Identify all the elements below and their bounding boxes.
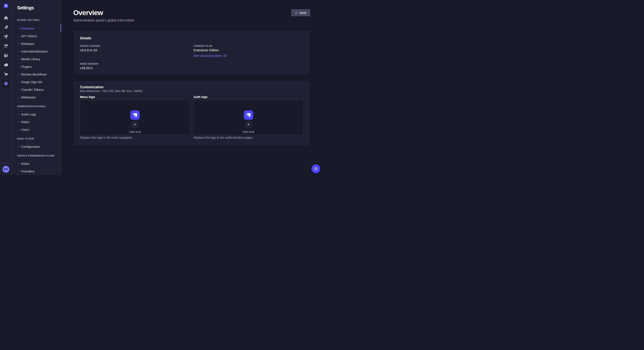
subnav-item-admin-roles[interactable]: Roles xyxy=(12,118,61,126)
subnav-item-label: API Tokens xyxy=(21,34,37,38)
subnav-item-audit-logs[interactable]: Audit Logs xyxy=(12,111,61,118)
bullet-icon xyxy=(19,89,20,90)
subnav-item-transfer-tokens[interactable]: Transfer Tokens xyxy=(12,86,61,94)
page-header: Overview Administration panel’s global i… xyxy=(73,0,310,23)
subnav-item-label: Webhooks xyxy=(21,95,36,100)
bullet-icon xyxy=(19,59,20,59)
bullet-icon xyxy=(19,36,20,37)
customization-card: Customization Max dimension: 750×750, Ma… xyxy=(73,81,310,146)
subnav-item-plugins[interactable]: Plugins xyxy=(12,63,61,71)
bullet-icon xyxy=(19,163,20,164)
subnav-item-media-library[interactable]: Media Library xyxy=(12,55,61,63)
subnav-item-providers[interactable]: Providers xyxy=(12,168,61,175)
nav-home-button[interactable] xyxy=(1,13,11,23)
nav-footer: KD xyxy=(0,163,12,175)
subnav-item-label: Providers xyxy=(21,169,34,174)
subnav-item-label: Transfer Tokens xyxy=(21,88,44,92)
menu-logo-add-button[interactable] xyxy=(132,121,138,128)
subnav-item-label: Releases xyxy=(21,42,34,46)
subnav-item-label: Users xyxy=(21,128,30,132)
strapi-logo-preview xyxy=(244,110,253,120)
main-content: Overview Administration panel’s global i… xyxy=(61,0,322,175)
strapi-logo-preview xyxy=(130,110,140,120)
bullet-icon xyxy=(19,129,20,130)
current-plan-value: Enterprise Edition xyxy=(194,48,303,53)
subnav-item-label: Internationalization xyxy=(21,49,48,54)
nav-releases-button[interactable] xyxy=(1,32,11,41)
cloud-icon xyxy=(4,63,8,67)
details-right-column: CURRENT PLAN Enterprise Edition See all … xyxy=(194,44,303,71)
settings-subnav: Settings GLOBAL SETTINGS Overview API To… xyxy=(12,0,61,175)
plus-icon xyxy=(134,123,136,126)
subnav-item-label: Plugins xyxy=(21,65,32,69)
subnav-item-api-tokens[interactable]: API Tokens xyxy=(12,32,61,40)
menu-logo-input[interactable]: logo.png xyxy=(80,100,190,135)
bullet-icon xyxy=(19,146,20,147)
nav-content-type-builder-button[interactable] xyxy=(1,23,11,32)
pricing-plans-link[interactable]: See all pricing plans xyxy=(194,53,227,58)
subnav-item-label: Review Workflows xyxy=(21,72,47,77)
question-mark-icon xyxy=(314,167,318,171)
save-button-label: Save xyxy=(300,11,306,14)
subnav-divider xyxy=(17,13,22,13)
strapi-version-value: v5.0.0-rc.19 xyxy=(80,48,190,53)
nav-marketplace-button[interactable] xyxy=(1,70,11,79)
strapi-admin-screen: KD Settings GLOBAL SETTINGS Overview API… xyxy=(0,0,322,175)
menu-logo-label: Menu logo xyxy=(80,95,190,99)
user-avatar[interactable]: KD xyxy=(2,166,9,173)
strapi-version-label: STRAPI VERSION xyxy=(80,44,190,48)
page-title: Overview xyxy=(73,8,310,17)
auth-logo-input[interactable]: logo.png xyxy=(194,100,303,135)
gear-icon xyxy=(4,81,8,86)
node-version-label: NODE VERSION xyxy=(80,62,190,65)
images-icon xyxy=(4,44,8,48)
auth-logo-add-button[interactable] xyxy=(245,121,252,128)
subnav-item-releases[interactable]: Releases xyxy=(12,40,61,48)
nav-settings-button[interactable] xyxy=(1,79,11,88)
subnav-item-label: Roles xyxy=(21,162,30,166)
feather-icon xyxy=(4,25,8,29)
subnav-item-configuration[interactable]: Configuration xyxy=(12,143,61,151)
workplace-logo[interactable] xyxy=(0,0,12,12)
details-left-column: STRAPI VERSION v5.0.0-rc.19 NODE VERSION… xyxy=(80,44,190,71)
plus-icon xyxy=(247,123,250,126)
auth-logo-field: Auth logo logo.png Replace the logo in t… xyxy=(194,95,303,140)
section-label-users-permissions-plugin: USERS & PERMISSIONS PLUGIN xyxy=(17,154,61,157)
bullet-icon xyxy=(19,74,20,75)
main-nav-rail: KD xyxy=(0,0,12,175)
paper-plane-icon xyxy=(4,35,8,39)
nav-cloud-button[interactable] xyxy=(1,60,11,70)
menu-logo-hint: Replace the logo in the main navigation xyxy=(80,136,190,140)
subnav-item-label: Roles xyxy=(21,120,30,124)
subnav-item-label: Overview xyxy=(21,26,34,31)
save-button[interactable]: Save xyxy=(291,9,310,16)
subnav-item-label: Single Sign-On xyxy=(21,80,42,84)
auth-logo-hint: Replace the logo in the authentication p… xyxy=(194,136,303,140)
bullet-icon xyxy=(19,171,20,172)
subnav-item-label: Configuration xyxy=(21,145,40,149)
subnav-item-internationalization[interactable]: Internationalization xyxy=(12,48,61,55)
help-button[interactable] xyxy=(311,164,320,173)
nav-media-library-button[interactable] xyxy=(1,41,11,51)
customization-card-subtitle: Max dimension: 750×750, Max file size: 1… xyxy=(80,89,303,93)
subnav-item-review-workflows[interactable]: Review Workflows xyxy=(12,71,61,78)
section-label-global-settings: GLOBAL SETTINGS xyxy=(17,18,61,22)
subnav-item-webhooks[interactable]: Webhooks xyxy=(12,94,61,101)
section-label-email-plugin: EMAIL PLUGIN xyxy=(17,137,61,140)
subnav-item-single-sign-on[interactable]: Single Sign-On xyxy=(12,78,61,86)
menu-logo-field: Menu logo logo.png Replace the logo in t… xyxy=(80,95,190,140)
check-icon xyxy=(295,11,298,14)
subnav-item-label: Media Library xyxy=(21,57,40,61)
subnav-item-users[interactable]: Users xyxy=(12,126,61,134)
bullet-icon xyxy=(19,43,20,44)
auth-logo-label: Auth logo xyxy=(194,95,303,99)
subnav-item-overview[interactable]: Overview xyxy=(12,25,61,32)
bullet-icon xyxy=(19,82,20,82)
section-label-administration-panel: ADMINISTRATION PANEL xyxy=(17,105,61,108)
bullet-icon xyxy=(19,97,20,98)
subnav-item-up-roles[interactable]: Roles xyxy=(12,160,61,168)
auth-logo-filename: logo.png xyxy=(243,130,254,134)
nav-content-manager-button[interactable] xyxy=(1,51,11,60)
details-card-title: Details xyxy=(80,36,303,40)
bullet-icon xyxy=(19,28,20,29)
